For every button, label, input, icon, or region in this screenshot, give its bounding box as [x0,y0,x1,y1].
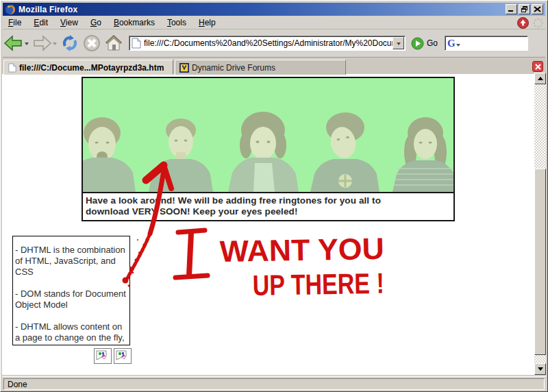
search-engine-caret[interactable] [456,44,460,49]
chevron-down-icon [397,42,401,47]
scroll-down-button[interactable] [534,363,546,375]
menu-help[interactable]: Help [196,16,221,29]
back-icon [3,34,24,53]
address-input[interactable]: file:///C:/Documents%20and%20Settings/Ad… [144,38,393,48]
forward-icon [32,34,52,53]
menu-view[interactable]: View [58,16,84,29]
note-item: - DHTML allows content on a page to chan… [15,321,128,343]
tab-bar: file:///C:/Docume...MPotayrpzd3a.htm Dyn… [2,58,546,75]
address-bar[interactable]: file:///C:/Documents%20and%20Settings/Ad… [129,36,406,51]
go-button[interactable]: Go [427,38,438,48]
title-bar: Mozilla Firefox [3,3,545,16]
home-button[interactable] [103,32,124,55]
go-icon[interactable] [411,37,424,50]
scrollbar-track-upper[interactable] [534,84,546,169]
menu-tools[interactable]: Tools [164,16,192,29]
menu-go[interactable]: Go [88,16,107,29]
window-title: Mozilla Firefox [18,5,77,14]
broken-image-icon [116,350,127,360]
firefox-icon [5,4,16,15]
annotation-line-1: WANT YOU [219,232,384,268]
status-text: Done [8,380,27,389]
reload-icon [60,34,80,53]
forward-dropdown-caret[interactable] [53,42,57,47]
tab-local-file[interactable]: file:///C:/Docume...MPotayrpzd3a.htm [3,60,173,75]
scrollbar-thumb[interactable] [534,169,546,355]
note-item: - DOM stands for Document Object Model [15,289,128,310]
reload-button[interactable] [60,32,80,55]
scrollbar-track-lower[interactable] [534,355,546,363]
dhtml-notes-box: - DHTML is the combination of HTML, Java… [12,236,130,345]
menu-bar: File Edit View Go Bookmarks Tools Help [3,16,545,29]
page-icon [8,63,16,73]
browser-window: Mozilla Firefox File Edit View Go Bookma… [0,0,548,392]
vbulletin-favicon [179,63,189,73]
minimize-button[interactable] [506,4,517,14]
page-icon [132,38,141,49]
menu-bookmarks[interactable]: Bookmarks [111,16,160,29]
vertical-scrollbar[interactable] [534,73,546,375]
arrow-up-icon [538,74,543,80]
band-banner: Have a look around! We will be adding fr… [82,77,455,221]
minimize-icon [508,10,513,12]
arrow-down-icon [538,367,543,373]
status-panel: Done [3,378,545,390]
tab-label: Dynamic Drive Forums [192,63,275,73]
broken-image-icon [96,350,107,360]
stop-icon [82,34,102,53]
back-dropdown-caret[interactable] [25,42,29,47]
close-tab-button[interactable] [532,61,543,72]
page-content: Have a look around! We will be adding fr… [2,75,536,375]
home-icon [103,34,124,53]
forward-button[interactable] [32,32,58,55]
annotation-letter-i [175,230,208,278]
tab-label: file:///C:/Docume...MPotayrpzd3a.htm [19,63,164,73]
address-dropdown-button[interactable] [393,37,404,49]
close-button[interactable] [532,4,543,14]
stop-button[interactable] [82,32,102,55]
restore-button[interactable] [519,4,530,14]
navigation-toolbar: file:///C:/Documents%20and%20Settings/Ad… [3,29,545,58]
search-input[interactable]: G [445,36,528,51]
menu-edit[interactable]: Edit [31,16,53,29]
update-notification-icon[interactable] [517,17,529,29]
tab-dynamic-drive[interactable]: Dynamic Drive Forums [175,60,346,75]
broken-image-placeholder[interactable] [94,348,112,364]
band-photo [83,78,453,192]
status-bar: Done [2,376,546,391]
throbber-icon [532,17,544,29]
back-button[interactable] [3,32,30,55]
note-item: - DHTML is the combination of HTML, Java… [15,245,128,278]
banner-caption: Have a look around! We will be adding fr… [83,192,453,220]
scroll-up-button[interactable] [534,73,546,84]
menu-file[interactable]: File [5,16,27,29]
broken-image-placeholder[interactable] [114,348,132,364]
caption-line-2: download VERY SOON! Keep your eyes peele… [86,206,451,217]
close-icon [534,6,541,12]
google-logo-icon: G [447,38,456,49]
caption-line-1: Have a look around! We will be adding fr… [86,195,451,206]
close-icon [535,64,541,70]
annotation-line-2: UP THERE ! [252,267,384,302]
